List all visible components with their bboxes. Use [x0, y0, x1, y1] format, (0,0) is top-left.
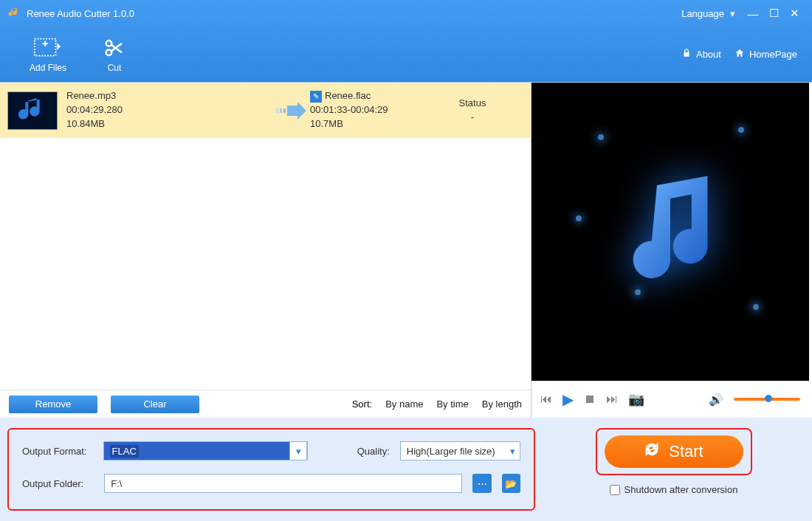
preview-panel: ⏮ ▶ ⏹ ⏭ 📷 🔊	[531, 83, 809, 418]
homepage-link[interactable]: HomePage	[734, 48, 797, 61]
minimize-button[interactable]: —	[743, 7, 763, 20]
player-controls: ⏮ ▶ ⏹ ⏭ 📷 🔊	[531, 381, 809, 418]
play-button[interactable]: ▶	[562, 390, 574, 408]
sort-by-time[interactable]: By time	[436, 398, 468, 410]
app-title: Renee Audio Cutter 1.0.0	[27, 8, 134, 19]
preview-canvas	[531, 83, 809, 381]
stop-button[interactable]: ⏹	[584, 393, 596, 406]
main-toolbar: Add Files Cut About HomePage	[0, 27, 812, 82]
app-icon	[7, 6, 21, 21]
chevron-down-icon: ▾	[289, 441, 307, 460]
quality-combo[interactable]: High(Larger file size) ▾	[400, 441, 520, 460]
status-header: Status	[450, 97, 495, 111]
snapshot-button[interactable]: 📷	[628, 391, 644, 407]
language-selector[interactable]: Language ▾	[681, 8, 735, 19]
next-button[interactable]: ⏭	[606, 393, 618, 406]
music-note-icon	[604, 165, 737, 298]
home-icon	[734, 48, 745, 61]
browse-folder-button[interactable]: 📂	[502, 474, 520, 493]
volume-icon[interactable]: 🔊	[709, 393, 723, 407]
status-value: -	[450, 111, 495, 125]
file-thumbnail	[7, 92, 58, 130]
shutdown-checkbox[interactable]: Shutdown after conversion	[610, 484, 738, 495]
output-folder-label: Output Folder:	[22, 478, 94, 489]
start-button[interactable]: Start	[605, 435, 743, 468]
title-bar: Renee Audio Cutter 1.0.0 Language ▾ — ☐ …	[0, 0, 812, 27]
svg-rect-6	[280, 108, 282, 113]
start-section: Start Shutdown after conversion	[565, 428, 782, 511]
source-duration: 00:04:29.280	[66, 103, 273, 117]
prev-button[interactable]: ⏮	[540, 393, 552, 406]
volume-slider[interactable]	[734, 398, 800, 401]
file-list: Renee.mp3 00:04:29.280 10.84MB ✎Renee.fl…	[0, 83, 531, 390]
bottom-panel: Output Format: FLAC ▾ Quality: High(Larg…	[0, 418, 812, 521]
add-files-button[interactable]: Add Files	[15, 36, 81, 73]
sort-by-name[interactable]: By name	[385, 398, 423, 410]
dest-info: ✎Renee.flac 00:01:33-00:04:29 10.7MB	[310, 89, 450, 131]
dest-range: 00:01:33-00:04:29	[310, 103, 450, 117]
about-link[interactable]: About	[681, 48, 721, 61]
file-row[interactable]: Renee.mp3 00:04:29.280 10.84MB ✎Renee.fl…	[0, 83, 531, 138]
main-area: Renee.mp3 00:04:29.280 10.84MB ✎Renee.fl…	[0, 82, 812, 418]
chevron-down-icon: ▾	[730, 8, 735, 19]
status-col: Status -	[450, 97, 495, 125]
source-size: 10.84MB	[66, 117, 273, 131]
source-name: Renee.mp3	[66, 89, 273, 103]
sort-label: Sort:	[352, 398, 372, 410]
svg-rect-5	[276, 108, 278, 113]
output-settings: Output Format: FLAC ▾ Quality: High(Larg…	[7, 428, 535, 511]
quality-label: Quality:	[357, 446, 390, 457]
svg-rect-2	[44, 41, 46, 46]
arrow-icon	[273, 101, 310, 120]
output-format-combo[interactable]: FLAC ▾	[103, 441, 309, 460]
scissors-icon	[100, 36, 129, 60]
source-info: Renee.mp3 00:04:29.280 10.84MB	[66, 89, 273, 131]
chevron-down-icon: ▾	[510, 446, 515, 457]
maximize-button[interactable]: ☐	[763, 7, 784, 20]
output-format-label: Output Format:	[22, 446, 93, 457]
clear-button[interactable]: Clear	[111, 396, 199, 413]
refresh-icon	[644, 441, 660, 462]
svg-rect-7	[283, 108, 286, 113]
dest-name: Renee.flac	[325, 90, 371, 101]
sort-by-length[interactable]: By length	[482, 398, 522, 410]
cut-button[interactable]: Cut	[81, 36, 148, 73]
dest-size: 10.7MB	[310, 117, 450, 131]
more-button[interactable]: ⋯	[472, 474, 491, 493]
action-sort-bar: Remove Clear Sort: By name By time By le…	[0, 390, 531, 418]
lock-icon	[681, 48, 692, 61]
add-files-icon	[33, 36, 63, 60]
file-panel: Renee.mp3 00:04:29.280 10.84MB ✎Renee.fl…	[0, 83, 531, 418]
output-folder-input[interactable]: F:\	[104, 474, 462, 493]
remove-button[interactable]: Remove	[9, 396, 97, 413]
close-button[interactable]: ✕	[784, 7, 805, 20]
edit-icon[interactable]: ✎	[310, 91, 322, 103]
